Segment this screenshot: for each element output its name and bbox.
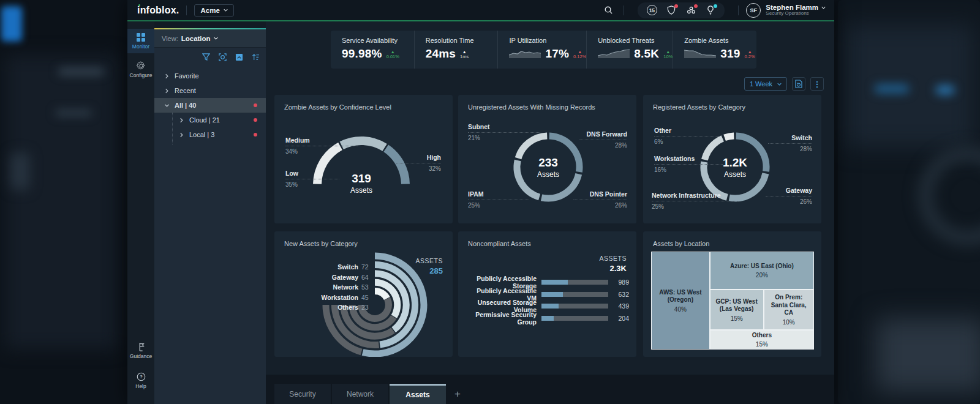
tab-security[interactable]: Security — [274, 384, 331, 404]
callout-label: DNS Forward — [579, 130, 627, 140]
tile-label: Others — [748, 332, 775, 340]
tree-item-label: Recent — [175, 87, 196, 94]
more-options-kebab[interactable]: ⋮ — [810, 77, 824, 91]
chevron-down-icon — [214, 36, 218, 40]
kpi-value: 24ms — [426, 47, 456, 61]
callout-label: Gateway — [766, 187, 812, 196]
status-dot-red — [254, 118, 257, 122]
callout-percent: 34% — [285, 148, 358, 155]
tab-assets[interactable]: Assets — [390, 384, 446, 404]
chevron-right-icon — [164, 88, 170, 94]
tile-label: On Prem: Santa Clara, CA — [764, 294, 813, 317]
legend-label: Switch — [337, 263, 358, 271]
status-dot-red — [254, 133, 257, 137]
callout-percent: 25% — [468, 202, 529, 209]
donut-chart: 233AssetsDNS Forward28%DNS Pointer26%IPA… — [458, 95, 636, 223]
tree-item-recent[interactable]: Recent — [154, 83, 266, 98]
chart-callout-medium: Medium34% — [285, 137, 358, 155]
tree-item-local[interactable]: Local | 3 — [154, 127, 266, 142]
user-menu[interactable]: SF Stephen Flamm Security Operations — [746, 3, 826, 18]
treemap-tile-gcp[interactable]: GCP: US West (Las Vegas)15% — [710, 290, 764, 330]
notification-group: 15 — [638, 2, 725, 18]
signpost-icon — [137, 342, 145, 351]
add-tab-button[interactable]: + — [447, 388, 468, 404]
callout-label: Workstations — [654, 155, 723, 165]
sidebar-item-label: Monitor — [132, 43, 149, 50]
bar-track — [541, 316, 608, 321]
callout-percent: 32% — [396, 165, 441, 172]
tab-network[interactable]: Network — [332, 384, 388, 404]
lightbulb-icon[interactable] — [703, 4, 718, 17]
view-selector[interactable]: View: Location — [154, 29, 266, 48]
treemap-tile-others[interactable]: Others15% — [710, 330, 814, 350]
filter-icon[interactable] — [200, 51, 211, 62]
kpi-bar: Service Availability99.98%▲0.01%Resoluti… — [331, 31, 756, 69]
tree-item-cloud[interactable]: Cloud | 21 — [154, 113, 266, 127]
card-noncompliant-assets: Noncompliant Assets ASSETS2.3KPublicly A… — [458, 231, 636, 357]
radial-legend-item: Others23 — [292, 304, 371, 311]
dashboard-grid-icon — [137, 33, 145, 42]
chevron-right-icon — [179, 118, 184, 123]
tree-item-label: All | 40 — [175, 102, 196, 109]
total-value: 2.3K — [600, 264, 627, 273]
bar-value: 989 — [613, 279, 629, 286]
chart-callout-switch: Switch28% — [768, 134, 812, 152]
delta-up-arrow-icon: ▲ — [462, 50, 467, 54]
treemap-tile-azure[interactable]: Azure: US East (Ohio)20% — [710, 252, 814, 290]
callout-label: Network Infrastructure — [652, 192, 737, 201]
kpi-value: 8.5K — [634, 47, 659, 61]
sidebar-item-help[interactable]: ? Help — [127, 368, 154, 393]
radial-legend-item: Switch72 — [292, 263, 371, 271]
kpi-delta-value: 0.01% — [386, 54, 399, 59]
org-selector[interactable]: Acme — [194, 4, 233, 17]
card-assets-by-location: Assets by Location AWS: US West (Oregon)… — [643, 231, 821, 357]
gear-icon — [137, 61, 146, 70]
tile-percent: 20% — [756, 272, 768, 279]
callout-label: High — [396, 154, 441, 163]
callout-label: Low — [285, 170, 339, 179]
kpi-delta-value: 1ms — [460, 54, 469, 59]
map-view-icon[interactable] — [233, 51, 244, 62]
bar-track — [541, 292, 608, 297]
donut-chart: 1.2KAssetsSwitch28%Gateway26%Network Inf… — [643, 95, 821, 223]
kpi-label: Service Availability — [342, 37, 414, 44]
export-report-icon[interactable] — [792, 77, 805, 91]
cluster-icon[interactable] — [683, 4, 699, 17]
callout-label: Subnet — [468, 123, 540, 133]
tile-percent: 40% — [674, 306, 687, 313]
kpi-zombie-assets: Zombie Assets319▲0.2% — [673, 31, 756, 69]
shield-icon[interactable] — [663, 4, 679, 17]
sidebar-item-configure[interactable]: Configure — [127, 57, 154, 82]
sidebar-item-guidance[interactable]: Guidance — [127, 338, 154, 363]
treemap-tile-onprem[interactable]: On Prem: Santa Clara, CA10% — [764, 290, 814, 330]
callout-percent: 26% — [766, 198, 812, 205]
sort-icon[interactable] — [250, 51, 261, 62]
treemap-tile-aws[interactable]: AWS: US West (Oregon)40% — [651, 252, 710, 350]
sidebar-item-monitor[interactable]: Monitor — [127, 29, 154, 53]
tree-item-favorite[interactable]: Favorite — [154, 69, 266, 83]
bar-value: 439 — [613, 302, 629, 310]
delta-up-arrow-icon: ▲ — [748, 50, 752, 54]
tile-percent: 15% — [756, 341, 768, 348]
chevron-right-icon — [179, 132, 184, 138]
bar-fill — [541, 292, 563, 297]
notification-count-badge[interactable]: 15 — [644, 4, 660, 17]
search-icon[interactable] — [600, 4, 616, 17]
time-range-select[interactable]: 1 Week — [744, 77, 787, 91]
kpi-value: 99.98% — [342, 47, 382, 61]
legend-label: Others — [337, 304, 358, 311]
tile-label: Azure: US East (Ohio) — [726, 263, 797, 271]
chart-center-value: 233Assets — [521, 156, 576, 179]
focus-scan-icon[interactable] — [217, 51, 228, 62]
chart-callout-low: Low35% — [285, 170, 339, 188]
radial-legend-item: Workstation45 — [292, 294, 371, 301]
bar-track — [541, 304, 608, 309]
legend-value: 64 — [361, 274, 371, 281]
tile-percent: 10% — [783, 319, 795, 326]
tree-item-all[interactable]: All | 40 — [154, 98, 266, 113]
kpi-unblocked-threats: Unblocked Threats8.5K▲10% — [586, 31, 673, 69]
callout-label: Other — [654, 127, 720, 137]
legend-value: 72 — [361, 263, 371, 271]
kpi-label: Zombie Assets — [684, 37, 756, 44]
chart-callout-dns-pointer: DNS Pointer26% — [573, 190, 627, 209]
